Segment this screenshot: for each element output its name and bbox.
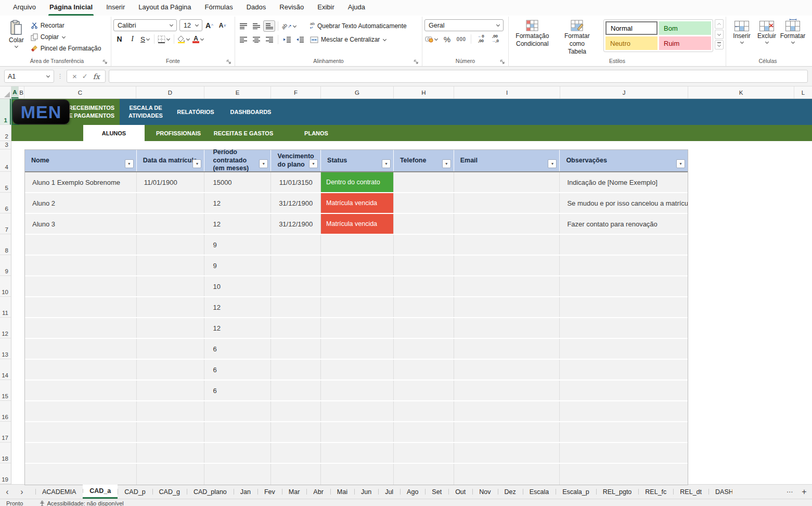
- cell-data-matricula[interactable]: [137, 235, 205, 255]
- sheet-tab[interactable]: Dez: [498, 485, 523, 499]
- more-sheets-icon[interactable]: ⋯: [783, 488, 796, 496]
- cell-telefone[interactable]: [394, 276, 454, 296]
- accounting-format-button[interactable]: [424, 33, 439, 45]
- cell-vencimento[interactable]: [271, 360, 321, 380]
- cell-status[interactable]: [321, 276, 394, 296]
- cell-status[interactable]: [321, 401, 394, 421]
- cell-email[interactable]: [454, 360, 560, 380]
- menu-tab[interactable]: RELATÓRIOS: [170, 99, 222, 125]
- cell-vencimento[interactable]: 31/12/1900: [271, 193, 321, 213]
- filter-dropdown-icon[interactable]: ▾: [548, 159, 557, 168]
- cell-email[interactable]: [454, 297, 560, 317]
- cell-telefone[interactable]: [394, 256, 454, 275]
- cell-telefone[interactable]: [394, 464, 454, 485]
- decrease-font-button[interactable]: Av: [216, 20, 228, 31]
- cell-observacoes[interactable]: Fazer contato para renovação: [560, 214, 688, 234]
- ribbon-tab[interactable]: Arquivo: [6, 3, 43, 16]
- cell-nome[interactable]: [25, 297, 137, 317]
- cell-observacoes[interactable]: [560, 276, 688, 296]
- cell-telefone[interactable]: [394, 443, 454, 463]
- column-header[interactable]: E: [204, 86, 271, 98]
- column-header[interactable]: K: [688, 86, 794, 98]
- column-header[interactable]: J: [560, 86, 688, 98]
- cell-nome[interactable]: Aluno 3: [25, 214, 137, 234]
- cell-data-matricula[interactable]: 11/01/1900: [137, 172, 205, 192]
- cell-periodo[interactable]: 9: [204, 256, 271, 275]
- sheet-tab[interactable]: Nov: [472, 485, 497, 499]
- dialog-launcher-icon[interactable]: [226, 59, 231, 65]
- align-bottom-button[interactable]: [263, 20, 275, 32]
- cell-observacoes[interactable]: [560, 339, 688, 359]
- font-color-button[interactable]: A: [192, 33, 205, 45]
- cell-periodo[interactable]: 12: [204, 214, 271, 234]
- decrease-decimal-button[interactable]: ,00→,0: [489, 33, 501, 45]
- cell-email[interactable]: [454, 214, 560, 234]
- column-header[interactable]: G: [321, 86, 394, 98]
- cell-nome[interactable]: Aluno 2: [25, 193, 137, 213]
- cell-email[interactable]: [454, 193, 560, 213]
- cell-nome[interactable]: [25, 381, 137, 400]
- cut-button[interactable]: Recortar: [29, 20, 104, 31]
- align-right-button[interactable]: [263, 34, 275, 45]
- cell-nome[interactable]: [25, 339, 137, 359]
- cell-email[interactable]: [454, 464, 560, 485]
- cell-email[interactable]: [454, 172, 560, 192]
- cell-observacoes[interactable]: [560, 464, 688, 485]
- orientation-button[interactable]: ab↗: [281, 20, 298, 32]
- cell-periodo[interactable]: 12: [204, 193, 271, 213]
- sheet-tab[interactable]: CAD_g: [152, 485, 187, 499]
- cell-status[interactable]: [321, 464, 394, 485]
- cell-telefone[interactable]: [394, 360, 454, 380]
- dialog-launcher-icon[interactable]: [500, 59, 505, 65]
- merge-center-button[interactable]: Mesclar e Centralizar: [308, 34, 409, 45]
- cell-periodo[interactable]: 15000: [204, 172, 271, 192]
- cell-status[interactable]: Dentro do contrato: [321, 172, 394, 192]
- column-header[interactable]: A: [11, 86, 19, 98]
- row-header[interactable]: 3: [0, 141, 11, 149]
- cell-nome[interactable]: [25, 401, 137, 421]
- increase-indent-button[interactable]: [294, 34, 306, 45]
- sheet-tab[interactable]: REL_fc: [638, 485, 673, 499]
- format-as-table-button[interactable]: Formatar como Tabela: [554, 18, 600, 56]
- cell-status[interactable]: [321, 318, 394, 338]
- bold-button[interactable]: N: [113, 33, 125, 45]
- ribbon-tab[interactable]: Inserir: [99, 3, 132, 16]
- sheet-tab[interactable]: CAD_plano: [187, 485, 234, 499]
- cell-status[interactable]: [321, 256, 394, 275]
- cells-button[interactable]: Excluir: [755, 19, 778, 44]
- cancel-icon[interactable]: ×: [72, 72, 77, 81]
- cell-periodo[interactable]: 10: [204, 276, 271, 296]
- menu-tab[interactable]: RECEBIMENTOS E PAGAMENTOS: [61, 99, 122, 125]
- cell-data-matricula[interactable]: [137, 276, 205, 296]
- filter-dropdown-icon[interactable]: ▾: [192, 159, 201, 168]
- cell-periodo[interactable]: [204, 443, 271, 463]
- cell-telefone[interactable]: [394, 235, 454, 255]
- cell-data-matricula[interactable]: [137, 464, 205, 485]
- cell-vencimento[interactable]: 11/01/3150: [271, 172, 321, 192]
- sheet-tab[interactable]: Fev: [257, 485, 282, 499]
- ribbon-tab[interactable]: Exibir: [311, 3, 341, 16]
- cell-nome[interactable]: [25, 276, 137, 296]
- column-header[interactable]: B: [19, 86, 24, 98]
- name-box[interactable]: A1: [4, 70, 54, 83]
- sheet-tab[interactable]: Mar: [282, 485, 307, 499]
- sheet-tab[interactable]: CAD_p: [118, 485, 152, 499]
- cell-nome[interactable]: [25, 318, 137, 338]
- cells-button[interactable]: Formatar: [780, 19, 805, 44]
- cell-vencimento[interactable]: [271, 381, 321, 400]
- cell-data-matricula[interactable]: [137, 256, 205, 275]
- cell-telefone[interactable]: [394, 172, 454, 192]
- enter-icon[interactable]: ✓: [82, 72, 88, 80]
- cell-observacoes[interactable]: [560, 401, 688, 421]
- column-header[interactable]: H: [394, 86, 454, 98]
- cell-nome[interactable]: [25, 422, 137, 442]
- cell-data-matricula[interactable]: [137, 318, 205, 338]
- row-header[interactable]: 9: [0, 255, 11, 276]
- increase-decimal-button[interactable]: ←0,00: [475, 33, 487, 45]
- cell-data-matricula[interactable]: [137, 422, 205, 442]
- cell-telefone[interactable]: [394, 381, 454, 400]
- row-header[interactable]: 6: [0, 193, 11, 213]
- column-header[interactable]: C: [24, 86, 136, 98]
- cell-vencimento[interactable]: [271, 401, 321, 421]
- sheet-nav-next-icon[interactable]: ›: [15, 485, 29, 499]
